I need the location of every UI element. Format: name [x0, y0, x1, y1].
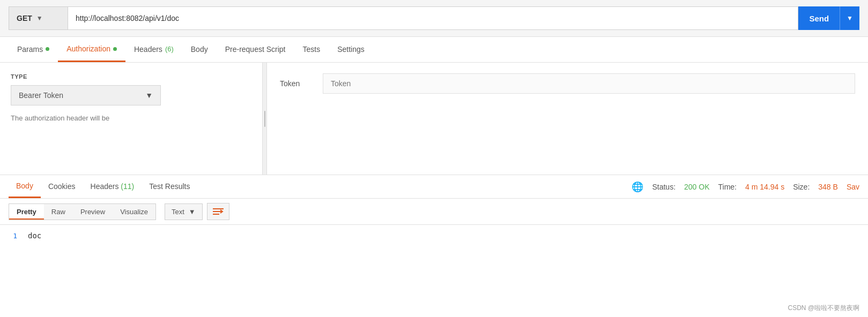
time-value: 4 m 14.94 s	[745, 183, 784, 191]
method-label: GET	[17, 14, 32, 22]
token-row: Token	[280, 73, 855, 94]
auth-right-panel: Token	[267, 63, 868, 175]
send-dropdown-arrow[interactable]: ▼	[840, 6, 859, 30]
tab-params-label: Params	[17, 45, 43, 54]
code-line-1: 1 doc	[9, 231, 859, 240]
text-chevron-icon: ▼	[189, 208, 196, 216]
globe-icon: 🌐	[632, 181, 643, 193]
send-button[interactable]: Send ▼	[798, 6, 859, 30]
format-pretty-button[interactable]: Pretty	[9, 204, 44, 220]
format-group: Pretty Raw Preview Visualize	[9, 203, 156, 220]
format-bar: Pretty Raw Preview Visualize Text ▼	[0, 199, 868, 225]
method-select[interactable]: GET ▼	[9, 6, 68, 30]
res-tab-headers-label: Headers	[91, 182, 119, 191]
panel-divider[interactable]	[263, 63, 267, 175]
res-tab-test-results-label: Test Results	[149, 182, 190, 191]
response-tabs: Body Cookies Headers (11) Test Results 🌐…	[0, 175, 868, 199]
tab-headers-label: Headers	[134, 45, 162, 54]
tab-prerequest-label: Pre-request Script	[225, 45, 286, 54]
auth-note: The authorization header will be	[11, 114, 251, 122]
request-tabs: Params Authorization Headers (6) Body Pr…	[0, 37, 868, 63]
type-value: Bearer Token	[19, 91, 63, 100]
text-format-select[interactable]: Text ▼	[165, 203, 203, 220]
size-value: 348 B	[818, 183, 838, 191]
tab-headers[interactable]: Headers (6)	[125, 37, 182, 62]
tab-body-label: Body	[191, 45, 208, 54]
tab-body[interactable]: Body	[182, 37, 217, 62]
token-input[interactable]	[323, 73, 855, 94]
auth-left-panel: TYPE Bearer Token ▼ The authorization he…	[0, 63, 263, 175]
token-label: Token	[280, 79, 312, 88]
headers-count: (6)	[165, 45, 174, 53]
res-tab-headers[interactable]: Headers (11)	[83, 176, 142, 198]
tab-authorization-label: Authorization	[66, 44, 110, 53]
res-tab-cookies[interactable]: Cookies	[41, 176, 83, 198]
tab-prerequest[interactable]: Pre-request Script	[217, 37, 294, 62]
url-input[interactable]	[68, 6, 798, 30]
status-value: 200 OK	[684, 183, 709, 191]
tab-params[interactable]: Params	[9, 37, 58, 62]
res-tab-test-results[interactable]: Test Results	[142, 176, 197, 198]
type-label: TYPE	[11, 73, 251, 80]
res-headers-count: (11)	[121, 182, 134, 191]
tab-tests[interactable]: Tests	[294, 37, 329, 62]
format-preview-button[interactable]: Preview	[73, 204, 113, 220]
status-area: 🌐 Status: 200 OK Time: 4 m 14.94 s Size:…	[632, 181, 859, 193]
wrap-button[interactable]	[207, 203, 229, 220]
code-area: 1 doc	[0, 225, 868, 246]
res-tab-body[interactable]: Body	[9, 175, 41, 198]
text-format-label: Text	[172, 208, 184, 216]
type-chevron-icon: ▼	[145, 91, 153, 100]
auth-content-area: TYPE Bearer Token ▼ The authorization he…	[0, 63, 868, 175]
authorization-dot	[113, 47, 117, 51]
wrap-icon	[213, 207, 224, 216]
tab-tests-label: Tests	[303, 45, 321, 54]
tab-settings[interactable]: Settings	[329, 37, 373, 62]
type-select[interactable]: Bearer Token ▼	[11, 85, 161, 105]
tab-settings-label: Settings	[337, 45, 365, 54]
line-number-1: 1	[9, 232, 17, 240]
status-label: Status:	[652, 183, 676, 191]
format-raw-button[interactable]: Raw	[44, 204, 73, 220]
format-visualize-button[interactable]: Visualize	[113, 204, 155, 220]
res-tab-cookies-label: Cookies	[48, 182, 76, 191]
save-button[interactable]: Sav	[847, 183, 859, 191]
size-label: Size:	[793, 183, 810, 191]
res-tab-body-label: Body	[16, 182, 33, 190]
params-dot	[46, 47, 49, 51]
chevron-down-icon: ▼	[36, 14, 43, 22]
send-label: Send	[798, 14, 840, 23]
url-bar: GET ▼ Send ▼	[0, 0, 868, 37]
time-label: Time:	[718, 183, 737, 191]
code-text-1: doc	[28, 231, 41, 240]
tab-authorization[interactable]: Authorization	[58, 37, 125, 62]
